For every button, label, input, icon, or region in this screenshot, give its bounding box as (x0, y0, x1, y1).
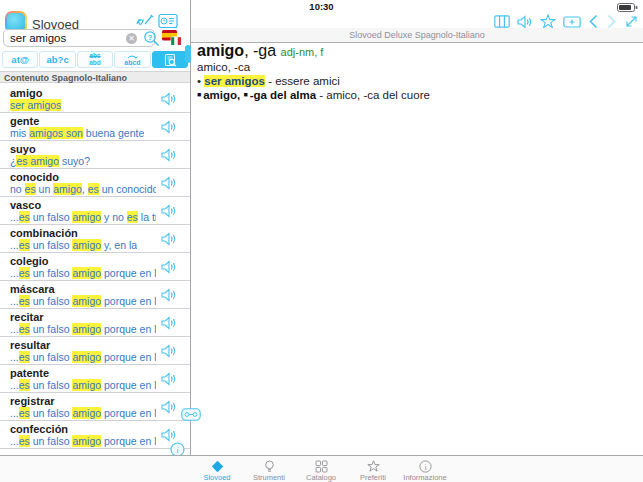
result-snippet: ¿es amigo suyo? (10, 155, 90, 167)
tab-slovoed-icon (211, 460, 224, 473)
result-snippet: ...es un falso amigo porque en la (10, 323, 156, 335)
pronounce-icon[interactable] (517, 15, 533, 29)
dictionary-title-bar: Slovoed Deluxe Spagnolo-Italiano (191, 28, 643, 43)
pronounce-icon[interactable] (161, 176, 177, 190)
result-row[interactable]: vasco ...es un falso amigo y no es la tr… (0, 197, 190, 225)
results-list: amigo ser amigos gente mis amigos son bu… (0, 85, 190, 455)
table-view-icon[interactable] (494, 14, 510, 29)
result-row[interactable]: máscara ...es un falso amigo porque en l… (0, 281, 190, 309)
pronounce-icon[interactable] (161, 372, 177, 386)
pronounce-icon[interactable] (161, 316, 177, 330)
pronounce-icon[interactable] (161, 204, 177, 218)
result-word: máscara (10, 283, 55, 295)
app-window: 10:30 Slovoed ✕ ? (0, 0, 643, 482)
pronounce-icon[interactable] (161, 260, 177, 274)
pronounce-icon[interactable] (161, 288, 177, 302)
result-snippet: ...es un falso amigo y, en la (10, 239, 137, 251)
result-word: conocido (10, 171, 59, 183)
result-word: patente (10, 367, 49, 379)
result-snippet: ...es un falso amigo porque en la (10, 435, 156, 447)
result-snippet: ser amigos (10, 99, 61, 111)
scroll-position-marker (185, 45, 191, 63)
results-list-header: Contenuto Spagnolo-Italiano (0, 71, 190, 83)
pronounce-icon[interactable] (161, 400, 177, 414)
result-snippet: ...es un falso amigo porque en la (10, 379, 156, 391)
tab-preferiti-icon (367, 460, 380, 473)
result-word: registrar (10, 395, 55, 407)
result-snippet: ...es un falso amigo porque en la (10, 407, 156, 419)
result-word: colegio (10, 255, 49, 267)
result-row[interactable]: resultar ...es un falso amigo porque en … (0, 337, 190, 365)
result-row[interactable]: recitar ...es un falso amigo porque en l… (0, 309, 190, 337)
pronounce-icon[interactable] (161, 92, 177, 106)
result-snippet: no es un amigo, es un conocido (10, 183, 156, 195)
result-snippet: mis amigos son buena gente (10, 127, 144, 139)
result-word: suyo (10, 143, 36, 155)
tab-strumenti[interactable]: Strumenti (239, 459, 299, 482)
add-card-icon[interactable] (563, 15, 581, 29)
result-row[interactable]: conocido no es un amigo, es un conocido (0, 169, 190, 197)
result-snippet: ...es un falso amigo porque en la (10, 295, 156, 307)
fullscreen-icon[interactable] (624, 14, 639, 29)
favorite-star-icon[interactable] (540, 14, 556, 29)
tab-slovoed[interactable]: Slovoed (187, 459, 247, 482)
example-phrase: ser amigos (204, 75, 265, 87)
mode-fulltext-search[interactable] (152, 51, 188, 68)
result-row[interactable]: confección ...es un falso amigo porque e… (0, 421, 190, 449)
handwriting-icon[interactable] (134, 13, 154, 28)
result-word: amigo (10, 87, 42, 99)
result-row[interactable]: patente ...es un falso amigo porque en l… (0, 365, 190, 393)
result-row[interactable]: suyo ¿es amigo suyo? (0, 141, 190, 169)
result-snippet: ...es un falso amigo porque en la (10, 351, 156, 363)
pane-divider (190, 0, 191, 455)
battery-icon (617, 3, 638, 12)
mode-morphology-search[interactable]: abcd (114, 51, 150, 68)
article-headword-line: amigo, -ga adj-nm, f (197, 42, 627, 61)
language-pair-icon[interactable] (162, 30, 182, 46)
article-toolbar (494, 14, 639, 29)
grammar-label: adj-nm, f (281, 46, 324, 58)
tab-preferiti[interactable]: Preferiti (343, 459, 403, 482)
example-line: • ser amigos - essere amici (197, 75, 627, 89)
result-row[interactable]: colegio ...es un falso amigo porque en l… (0, 253, 190, 281)
pronounce-icon[interactable] (161, 428, 177, 442)
svg-text:i: i (424, 463, 427, 472)
result-row[interactable]: combinación ...es un falso amigo y, en l… (0, 225, 190, 253)
history-icon[interactable] (158, 13, 179, 29)
pronounce-icon[interactable] (161, 344, 177, 358)
mode-headword-search[interactable]: at@ (2, 51, 38, 68)
tab-informazione[interactable]: i Informazione (395, 459, 455, 482)
result-word: combinación (10, 227, 78, 239)
bottom-tab-bar: Slovoed Strumenti Catalogo Preferiti (0, 455, 643, 482)
result-word: recitar (10, 311, 44, 323)
divider-handle-icon[interactable] (181, 408, 201, 421)
pronounce-icon[interactable] (161, 232, 177, 246)
svg-text:?: ? (148, 33, 153, 42)
forward-icon[interactable] (606, 14, 617, 29)
tab-catalogo-icon (315, 460, 328, 473)
mode-wildcard-search[interactable]: ab?c (39, 51, 75, 68)
result-row[interactable]: amigo ser amigos (0, 85, 190, 113)
result-row[interactable]: registrar ...es un falso amigo porque en… (0, 393, 190, 421)
fulltext-search-icon (163, 53, 177, 67)
idiom-line: ■ amigo, ■ -ga del alma - amico, -ca del… (197, 88, 627, 102)
clear-search-icon[interactable]: ✕ (126, 33, 137, 44)
headword: amigo (197, 42, 244, 59)
back-icon[interactable] (588, 14, 599, 29)
result-snippet: ...es un falso amigo y no es la traducci… (10, 211, 156, 223)
tab-informazione-icon: i (419, 460, 432, 473)
translation-line: amico, -ca (197, 61, 627, 75)
result-word: vasco (10, 199, 41, 211)
dictionary-article: amigo, -ga adj-nm, f amico, -ca • ser am… (197, 42, 627, 102)
pronounce-icon[interactable] (161, 148, 177, 162)
mode-spellcheck-search[interactable]: abcabd (77, 51, 113, 68)
result-word: resultar (10, 339, 50, 351)
inflection: , -ga (244, 42, 276, 59)
wildcard-search-icon[interactable]: ? (143, 30, 160, 47)
pronounce-icon[interactable] (161, 120, 177, 134)
result-row[interactable]: gente mis amigos son buena gente (0, 113, 190, 141)
result-word: gente (10, 115, 39, 127)
result-word: confección (10, 423, 68, 435)
tab-catalogo[interactable]: Catalogo (291, 459, 351, 482)
search-results-pane: Slovoed ✕ ? at@ ab?c abcabd (0, 0, 190, 455)
